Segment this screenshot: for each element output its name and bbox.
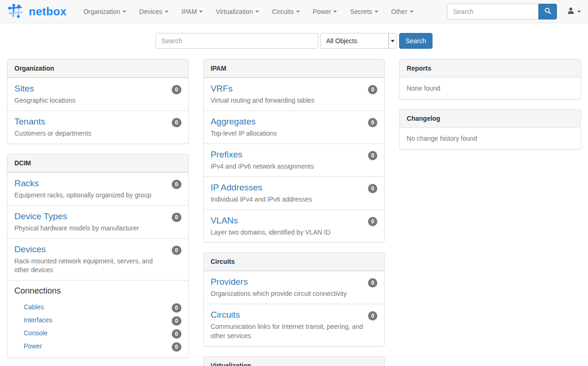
chevron-down-icon [410, 11, 414, 13]
count-badge: 0 [172, 213, 181, 222]
nav-ipam[interactable]: IPAM [175, 1, 209, 22]
link-vrfs[interactable]: VRFs [211, 84, 233, 94]
list-item: 0 VLANs Layer two domains, identified by… [204, 209, 385, 242]
panel-title: DCIM [7, 154, 188, 172]
item-description: Individual IPv4 and IPv6 addresses [211, 195, 364, 204]
count-badge: 0 [172, 180, 181, 189]
count-badge: 0 [368, 184, 378, 193]
object-type-value: All Objects [321, 37, 388, 45]
item-description: Organizations which provide circuit conn… [211, 289, 364, 299]
brand-wordmark: netbox [29, 5, 67, 18]
panel-title: Organization [7, 59, 188, 78]
navbar-search-input[interactable] [447, 4, 538, 20]
reports-empty-text: None found [400, 78, 581, 99]
list-item: 0 Providers Organizations which provide … [204, 271, 385, 304]
list-item: 0 Prefixes IPv4 and IPv6 network assignm… [204, 144, 385, 176]
select-dropdown-arrow-icon [388, 33, 396, 48]
list-item: 0 Racks Equipment racks, optionally orga… [7, 172, 188, 205]
panel-organization: Organization 0 Sites Geographic location… [7, 59, 189, 144]
item-description: Physical hardware models by manufacturer [14, 224, 168, 233]
item-description: Rack-mounted network equipment, servers,… [14, 257, 168, 275]
navbar-search-form [447, 4, 557, 20]
user-icon [567, 7, 575, 16]
link-devices[interactable]: Devices [14, 244, 46, 255]
link-prefixes[interactable]: Prefixes [211, 150, 243, 160]
nav-power[interactable]: Power [306, 1, 344, 22]
link-power[interactable]: Power [24, 342, 42, 350]
panel-title: Virtualization [204, 357, 385, 366]
nav-secrets[interactable]: Secrets [343, 1, 384, 22]
count-badge: 0 [172, 303, 181, 313]
global-search-bar: All Objects Search [0, 23, 588, 59]
chevron-down-icon [296, 11, 300, 13]
search-submit-button[interactable]: Search [399, 33, 433, 49]
nav-circuits[interactable]: Circuits [265, 1, 306, 22]
panel-dcim: DCIM 0 Racks Equipment racks, optionally… [7, 154, 189, 359]
panel-reports: Reports None found [399, 59, 581, 99]
link-aggregates[interactable]: Aggregates [211, 117, 256, 127]
user-menu[interactable] [567, 7, 581, 16]
connections-section: Connections 0 Cables 0 Interfaces 0 Cons… [7, 280, 188, 358]
count-badge: 0 [172, 246, 181, 255]
panel-circuits: Circuits 0 Providers Organizations which… [203, 252, 385, 346]
count-badge: 0 [172, 329, 181, 339]
count-badge: 0 [368, 311, 378, 320]
count-badge: 0 [172, 342, 181, 352]
search-icon [544, 7, 551, 16]
nav-other[interactable]: Other [385, 1, 420, 22]
link-cables[interactable]: Cables [24, 303, 44, 311]
item-description: Customers or departments [14, 129, 168, 138]
connections-heading: Connections [14, 286, 181, 296]
chevron-down-icon [577, 11, 581, 13]
link-ip-addresses[interactable]: IP Addresses [211, 183, 263, 193]
chevron-down-icon [165, 11, 168, 13]
link-interfaces[interactable]: Interfaces [24, 316, 52, 324]
item-description: Layer two domains, identified by VLAN ID [211, 228, 364, 237]
link-circuits[interactable]: Circuits [211, 310, 240, 320]
search-input[interactable] [155, 33, 318, 49]
link-console[interactable]: Console [24, 329, 47, 337]
connection-row: 0 Interfaces [14, 314, 181, 327]
link-providers[interactable]: Providers [211, 277, 248, 287]
list-item: 0 VRFs Virtual routing and forwarding ta… [204, 78, 385, 111]
navbar-search-button[interactable] [538, 4, 557, 20]
item-description: Geographic locations [14, 96, 168, 105]
chevron-down-icon [333, 11, 337, 13]
link-racks[interactable]: Racks [14, 178, 39, 189]
list-item: 0 Device Types Physical hardware models … [7, 205, 188, 238]
netbox-logo-icon [7, 3, 26, 20]
count-badge: 0 [368, 85, 378, 94]
item-description: Virtual routing and forwarding tables [211, 96, 364, 105]
list-item: 0 Devices Rack-mounted network equipment… [7, 238, 188, 281]
panel-changelog: Changelog No change history found [399, 109, 581, 150]
dashboard-grid: Organization 0 Sites Geographic location… [0, 59, 588, 366]
item-description: Communication links for Internet transit… [211, 322, 364, 341]
column-middle: IPAM 0 VRFs Virtual routing and forwardi… [203, 59, 385, 366]
link-vlans[interactable]: VLANs [211, 216, 238, 226]
nav-virtualization[interactable]: Virtualization [209, 1, 265, 22]
list-item: 0 IP Addresses Individual IPv4 and IPv6 … [204, 176, 385, 209]
link-sites[interactable]: Sites [14, 84, 34, 94]
connection-row: 0 Console [14, 327, 181, 340]
list-item: 0 Aggregates Top-level IP allocations [204, 111, 385, 144]
connection-row: 0 Power [14, 340, 181, 353]
item-description: IPv4 and IPv6 network assignments [211, 162, 364, 171]
top-navbar: netbox Organization Devices IPAM Virtual… [0, 0, 588, 23]
navbar-right [447, 4, 581, 20]
item-description: Top-level IP allocations [211, 129, 364, 138]
chevron-down-icon [375, 11, 378, 13]
object-type-select[interactable]: All Objects [320, 33, 397, 49]
chevron-down-icon [123, 11, 126, 13]
nav-devices[interactable]: Devices [133, 1, 175, 22]
panel-title: Circuits [204, 253, 385, 271]
link-tenants[interactable]: Tenants [14, 117, 45, 127]
count-badge: 0 [172, 316, 181, 326]
netbox-brand[interactable]: netbox [7, 3, 67, 20]
column-right: Reports None found Changelog No change h… [399, 59, 581, 366]
link-device-types[interactable]: Device Types [14, 211, 67, 222]
list-item: 0 Tenants Customers or departments [7, 111, 188, 144]
count-badge: 0 [368, 118, 378, 127]
count-badge: 0 [172, 85, 181, 94]
nav-organization[interactable]: Organization [77, 1, 133, 22]
panel-title: IPAM [204, 59, 385, 78]
